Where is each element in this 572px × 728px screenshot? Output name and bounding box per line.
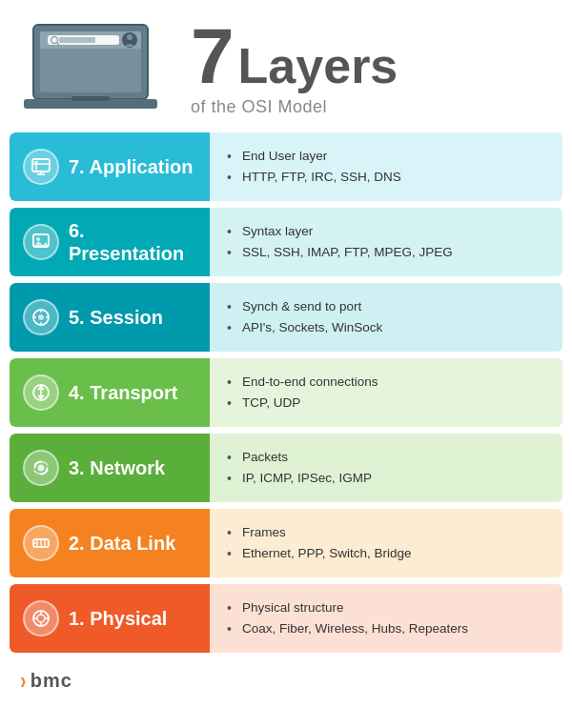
layer-6-icon: [23, 224, 59, 260]
layer-left-5: 5. Session: [10, 283, 210, 352]
layer-7-icon: [23, 149, 59, 185]
layer-5-name: 5. Session: [69, 306, 163, 329]
page-header: 7 Layers of the OSI Model: [0, 0, 572, 127]
layer-4-details: End-to-end connections TCP, UDP: [210, 358, 562, 427]
layer-5-details: Synch & send to port API's, Sockets, Win…: [210, 283, 562, 352]
layer-2-details: Frames Ethernet, PPP, Switch, Bridge: [210, 509, 562, 577]
layer-3-details: Packets IP, ICMP, IPSec, IGMP: [210, 434, 562, 502]
title-number: 7: [191, 17, 235, 95]
layer-6-name: 6. Presentation: [69, 219, 196, 265]
layer-7-bullet2: HTTP, FTP, IRC, SSH, DNS: [227, 167, 545, 188]
layer-3-name: 3. Network: [69, 456, 165, 479]
svg-rect-11: [72, 96, 110, 101]
svg-point-9: [127, 34, 133, 40]
layer-4-bullet1: End-to-end connections: [227, 372, 545, 393]
layer-5-bullet1: Synch & send to port: [227, 296, 545, 317]
layer-row: 6. Presentation Syntax layer SSL, SSH, I…: [10, 208, 562, 276]
layer-left-1: 1. Physical: [10, 584, 210, 653]
svg-rect-12: [32, 159, 50, 172]
layer-6-bullet2: SSL, SSH, IMAP, FTP, MPEG, JPEG: [227, 242, 545, 263]
layer-6-details: Syntax layer SSL, SSH, IMAP, FTP, MPEG, …: [210, 208, 562, 276]
layer-1-bullet2: Coax, Fiber, Wireless, Hubs, Repeaters: [227, 618, 545, 639]
page-footer: › bmc: [0, 658, 572, 706]
layer-row: 5. Session Synch & send to port API's, S…: [10, 283, 562, 352]
layer-4-bullet2: TCP, UDP: [227, 393, 545, 414]
layer-1-icon: [23, 600, 59, 637]
svg-point-33: [34, 542, 36, 544]
layer-1-bullet1: Physical structure: [227, 597, 545, 618]
layer-left-7: 7. Application: [10, 132, 210, 201]
bmc-chevron-icon: ›: [20, 668, 26, 693]
layer-7-details: End User layer HTTP, FTP, IRC, SSH, DNS: [210, 132, 562, 201]
svg-point-35: [37, 615, 45, 622]
layer-1-details: Physical structure Coax, Fiber, Wireless…: [210, 584, 562, 653]
layer-left-3: 3. Network: [10, 434, 210, 502]
layer-5-bullet2: API's, Sockets, WinSock: [227, 317, 545, 338]
layer-2-name: 2. Data Link: [69, 532, 175, 555]
title-block: 7 Layers of the OSI Model: [191, 17, 398, 117]
bmc-logo: › bmc: [19, 668, 72, 693]
layer-7-bullet1: End User layer: [227, 146, 545, 167]
layer-7-name: 7. Application: [69, 155, 193, 178]
layer-2-icon: [23, 525, 59, 561]
svg-rect-15: [34, 161, 38, 163]
layer-row: 1. Physical Physical structure Coax, Fib…: [10, 584, 562, 653]
layer-row: 7. Application End User layer HTTP, FTP,…: [10, 132, 562, 201]
layers-container: 7. Application End User layer HTTP, FTP,…: [0, 127, 572, 658]
layer-left-4: 4. Transport: [10, 358, 210, 427]
layer-2-bullet1: Frames: [227, 522, 545, 543]
title-layers: Layers: [238, 41, 398, 91]
layer-1-name: 1. Physical: [69, 607, 167, 630]
layer-5-icon: [23, 299, 59, 335]
layer-3-bullet2: IP, ICMP, IPSec, IGMP: [227, 468, 545, 489]
layer-3-bullet1: Packets: [227, 447, 545, 468]
layer-2-bullet2: Ethernet, PPP, Switch, Bridge: [227, 543, 545, 564]
svg-rect-7: [59, 37, 95, 43]
layer-3-icon: [23, 450, 59, 486]
svg-point-28: [38, 465, 45, 472]
layer-row: 2. Data Link Frames Ethernet, PPP, Switc…: [10, 509, 562, 577]
svg-point-21: [38, 314, 44, 320]
bmc-brand-text: bmc: [31, 670, 72, 692]
layer-row: 3. Network Packets IP, ICMP, IPSec, IGMP: [10, 434, 562, 502]
layer-4-name: 4. Transport: [69, 381, 178, 404]
title-subtitle: of the OSI Model: [191, 97, 398, 117]
layer-row: 4. Transport End-to-end connections TCP,…: [10, 358, 562, 427]
layer-6-bullet1: Syntax layer: [227, 221, 545, 242]
laptop-illustration: [19, 20, 172, 115]
layer-left-2: 2. Data Link: [10, 509, 210, 577]
layer-4-icon: [23, 374, 59, 411]
svg-point-19: [36, 237, 40, 241]
layer-left-6: 6. Presentation: [10, 208, 210, 276]
